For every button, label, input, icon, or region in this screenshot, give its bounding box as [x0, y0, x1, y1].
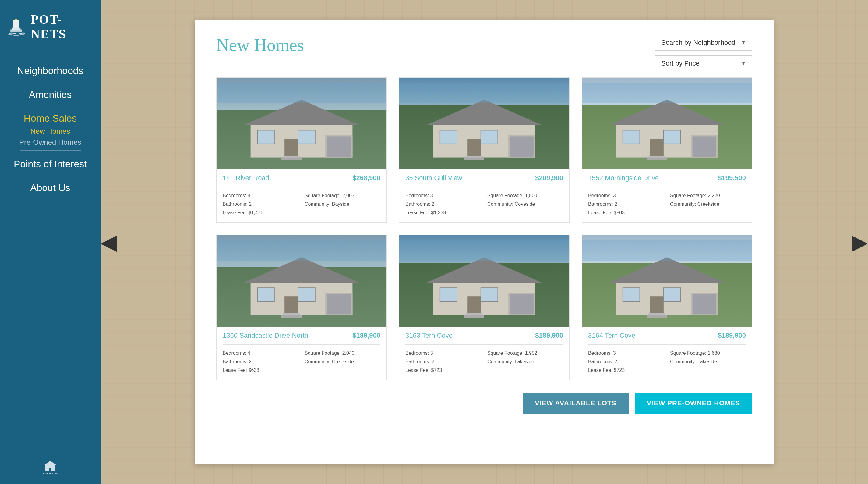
home-sqft: Square Footage: 2,040	[305, 349, 380, 357]
sidebar: Pot-Nets Neighborhoods Amenities Home Sa…	[0, 0, 100, 484]
svg-text:EQUAL HOUSING: EQUAL HOUSING	[43, 472, 58, 474]
home-image-5	[582, 235, 752, 327]
home-price: $268,900	[352, 174, 380, 182]
home-details: Bedrooms: 3 Square Footage: 1,800 Bathro…	[405, 192, 563, 217]
svg-rect-64	[582, 240, 752, 261]
card-header: New Homes Search by Neighborhood ▼ Sort …	[216, 35, 752, 71]
home-community: Community: Creekside	[670, 201, 746, 208]
svg-rect-54	[399, 240, 569, 261]
logo-icon	[6, 16, 26, 37]
nav-item-about[interactable]: About Us	[0, 177, 100, 195]
svg-rect-43	[281, 315, 302, 318]
svg-rect-14	[217, 83, 386, 103]
home-bathrooms: Bathrooms: 2	[405, 358, 481, 365]
home-image-1	[399, 78, 569, 169]
home-lease-fee: Lease Fee: $723	[405, 367, 481, 374]
prev-arrow-button[interactable]: ◀	[97, 226, 120, 258]
home-info: 1360 Sandcastle Drive North $189,900 Bed…	[217, 327, 386, 380]
svg-marker-46	[426, 257, 542, 283]
home-sqft: Square Footage: 1,680	[670, 349, 746, 357]
logo-text: Pot-Nets	[30, 12, 94, 41]
home-bedrooms: Bedrooms: 3	[588, 192, 664, 199]
equal-housing-icon: EQUAL HOUSING	[43, 458, 58, 475]
home-address[interactable]: 141 River Road	[223, 174, 269, 182]
home-details: Bedrooms: 3 Square Footage: 2,220 Bathro…	[588, 192, 746, 217]
home-bedrooms: Bedrooms: 4	[223, 192, 299, 199]
home-address[interactable]: 3164 Tern Cove	[588, 332, 635, 340]
svg-marker-6	[244, 99, 359, 125]
nav-sub-item-preowned[interactable]: Pre-Owned Homes	[0, 137, 100, 148]
home-info: 141 River Road $268,900 Bedrooms: 4 Squa…	[217, 169, 386, 223]
home-price: $189,900	[352, 332, 380, 340]
homes-grid: 141 River Road $268,900 Bedrooms: 4 Squa…	[216, 78, 752, 380]
nav-item-poi[interactable]: Points of Interest	[0, 153, 100, 172]
svg-rect-44	[217, 240, 386, 261]
home-details: Bedrooms: 4 Square Footage: 2,003 Bathro…	[223, 192, 380, 217]
nav-sub-item-new-homes[interactable]: New Homes	[0, 126, 100, 137]
view-preowned-homes-button[interactable]: VIEW PRE-OWNED HOMES	[635, 393, 752, 414]
svg-rect-33	[647, 158, 667, 160]
svg-rect-63	[647, 315, 667, 318]
home-info: 35 South Gull View $209,900 Bedrooms: 3 …	[399, 169, 569, 223]
svg-marker-36	[244, 257, 359, 283]
svg-rect-41	[298, 288, 315, 302]
svg-rect-49	[467, 296, 481, 315]
home-bedrooms: Bedrooms: 3	[588, 349, 664, 357]
dropdown-arrow-1: ▼	[741, 40, 746, 46]
home-bedrooms: Bedrooms: 3	[405, 192, 481, 199]
page-title: New Homes	[216, 35, 304, 55]
home-price: $199,500	[718, 174, 746, 182]
home-details: Bedrooms: 3 Square Footage: 1,680 Bathro…	[588, 349, 746, 374]
home-address[interactable]: 3163 Tern Cove	[405, 332, 453, 340]
svg-rect-61	[664, 288, 681, 302]
home-community: Community: Lakeside	[487, 358, 563, 365]
home-price: $189,900	[535, 332, 563, 340]
home-card[interactable]: 1360 Sandcastle Drive North $189,900 Bed…	[216, 235, 387, 380]
svg-rect-58	[692, 294, 716, 314]
home-image-3	[217, 235, 386, 327]
home-card[interactable]: 1552 Morningside Drive $199,500 Bedrooms…	[582, 78, 752, 223]
home-title-row: 1552 Morningside Drive $199,500	[588, 174, 746, 187]
home-bedrooms: Bedrooms: 4	[223, 349, 299, 357]
home-card[interactable]: 35 South Gull View $209,900 Bedrooms: 3 …	[399, 78, 569, 223]
svg-rect-53	[464, 315, 484, 318]
nav-item-amenities[interactable]: Amenities	[0, 84, 100, 102]
home-card[interactable]: 3163 Tern Cove $189,900 Bedrooms: 3 Squa…	[399, 235, 569, 380]
home-address[interactable]: 1552 Morningside Drive	[588, 174, 659, 182]
content-card: New Homes Search by Neighborhood ▼ Sort …	[195, 20, 774, 464]
home-community: Community: Bayside	[305, 201, 380, 208]
home-address[interactable]: 35 South Gull View	[405, 174, 462, 182]
svg-rect-18	[510, 136, 534, 156]
home-community: Community: Lakeside	[670, 358, 746, 365]
svg-rect-11	[298, 130, 315, 144]
next-arrow-button[interactable]: ▶	[848, 226, 868, 258]
nav-item-home-sales[interactable]: Home Sales	[0, 107, 100, 126]
nav-divider-4	[20, 174, 81, 174]
home-lease-fee: Lease Fee: $803	[588, 209, 664, 217]
home-image-2	[582, 78, 752, 169]
home-info: 3163 Tern Cove $189,900 Bedrooms: 3 Squa…	[399, 327, 569, 380]
svg-rect-23	[464, 158, 484, 160]
svg-rect-31	[664, 130, 681, 144]
nav-divider-2	[20, 105, 81, 105]
home-bathrooms: Bathrooms: 2	[405, 201, 481, 208]
sort-by-price-dropdown[interactable]: Sort by Price ▼	[655, 55, 752, 71]
nav-item-neighborhoods[interactable]: Neighborhoods	[0, 60, 100, 78]
home-card[interactable]: 141 River Road $268,900 Bedrooms: 4 Squa…	[216, 78, 387, 223]
home-lease-fee: Lease Fee: $723	[588, 367, 664, 374]
view-available-lots-button[interactable]: VIEW AVAILABLE LOTS	[523, 393, 629, 414]
svg-rect-51	[481, 288, 498, 302]
logo-area: Pot-Nets	[0, 12, 100, 41]
home-bathrooms: Bathrooms: 2	[223, 358, 299, 365]
home-sqft: Square Footage: 1,952	[487, 349, 563, 357]
svg-rect-28	[692, 136, 716, 156]
svg-marker-16	[426, 99, 542, 125]
home-address[interactable]: 1360 Sandcastle Drive North	[223, 332, 308, 340]
home-lease-fee: Lease Fee: $638	[223, 367, 299, 374]
svg-rect-40	[257, 288, 274, 302]
main-area: ◀ New Homes Search by Neighborhood ▼ Sor…	[100, 0, 868, 484]
svg-rect-59	[650, 296, 664, 315]
svg-marker-26	[609, 99, 724, 125]
home-card[interactable]: 3164 Tern Cove $189,900 Bedrooms: 3 Squa…	[582, 235, 752, 380]
search-neighborhood-dropdown[interactable]: Search by Neighborhood ▼	[655, 35, 752, 51]
